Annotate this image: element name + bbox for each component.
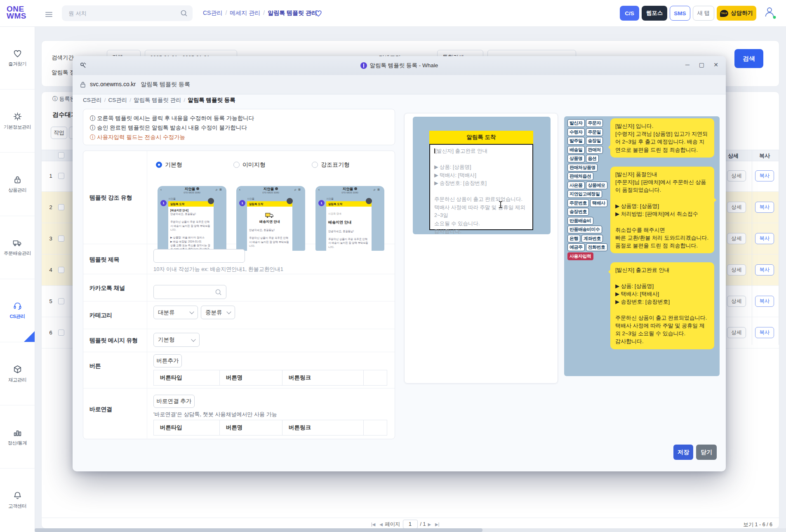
kakao-channel-input[interactable]	[153, 285, 226, 299]
cs-button[interactable]: C/S	[620, 6, 639, 21]
emphasis-radio-1[interactable]	[233, 162, 240, 168]
row-copy-button[interactable]: 복사	[755, 327, 774, 338]
row-copy-button[interactable]: 복사	[755, 170, 774, 181]
scrollbar-thumb[interactable]	[35, 528, 482, 532]
variable-tag[interactable]: 예금주	[567, 243, 585, 251]
template-example-bubble-2[interactable]: [발신자] 품절안내 [주문자]님 [판매처]에서 주문하신 상품이 품절되었습…	[610, 167, 714, 253]
variable-tag[interactable]: 상품메모	[586, 181, 607, 189]
last-page-icon[interactable]: ▶|	[435, 522, 439, 527]
sidebar-item-inventory[interactable]: 재고관리	[0, 342, 35, 405]
row-checkbox[interactable]	[58, 204, 64, 210]
next-page-icon[interactable]: ▶	[428, 522, 431, 527]
search-icon[interactable]	[215, 289, 222, 296]
search-icon[interactable]	[180, 9, 188, 17]
add-quick-link-button[interactable]: 바로연결 추가	[153, 395, 195, 408]
variable-tag[interactable]: 주문번호	[567, 199, 589, 207]
variable-tag[interactable]: 사은품	[567, 181, 585, 189]
variable-tag[interactable]: 발신자	[567, 119, 585, 127]
emphasis-radio-2[interactable]	[312, 162, 318, 168]
row-detail-button[interactable]: 상세	[727, 170, 746, 181]
template-example-highlight[interactable]: ‹ 지안몰 070-6835-3080 ⌕≡ 1 지안몰 알림톡 도착 시간외 …	[315, 186, 384, 251]
variable-tag[interactable]: 사용자입력	[567, 252, 593, 260]
save-button[interactable]: 저장	[673, 445, 693, 460]
category-main-select[interactable]: 대분류	[153, 306, 198, 319]
row-copy-button[interactable]: 복사	[755, 296, 774, 307]
variable-tag[interactable]: 발주일	[567, 137, 585, 145]
sidebar-item-customer-center[interactable]: 고객센터	[0, 468, 35, 531]
sidebar-item-products[interactable]: 상품관리	[0, 153, 35, 216]
variable-tag[interactable]: 지연입고예정일	[567, 190, 602, 198]
variable-tag[interactable]: 판매처상품명	[567, 164, 598, 172]
breadcrumb-item[interactable]: CS관리	[108, 97, 127, 103]
sidebar-item-favorites[interactable]: 즐겨찾기	[0, 26, 35, 89]
sidebar-item-order-shipping[interactable]: 주문배송관리	[0, 216, 35, 279]
emphasis-option-image[interactable]: 이미지형	[233, 161, 266, 169]
user-avatar[interactable]	[763, 5, 777, 20]
row-copy-button[interactable]: 복사	[755, 264, 774, 275]
variable-tag[interactable]: 반품배송비	[567, 217, 593, 225]
preview-message-editor[interactable]: [발신자] 출고완료 안내 ▶ 상품: [상품명] ▶ 택배사: [택배사] ▶…	[429, 144, 533, 230]
row-detail-button[interactable]: 상세	[727, 233, 746, 244]
sms-button[interactable]: SMS	[670, 6, 690, 21]
category-sub-select[interactable]: 중분류	[201, 306, 235, 319]
app-logo[interactable]: ONE WMS	[7, 5, 26, 19]
row-checkbox[interactable]	[58, 173, 64, 179]
hamburger-menu-icon[interactable]	[45, 11, 52, 18]
breadcrumb-item[interactable]: 메세지 관리	[230, 9, 260, 16]
new-tab-button[interactable]: 새 탭	[693, 6, 714, 21]
row-detail-button[interactable]: 상세	[727, 264, 746, 275]
breadcrumb-item[interactable]: CS관리	[83, 97, 102, 103]
variable-tag[interactable]: 은행	[567, 235, 580, 242]
template-example-bubble-1[interactable]: [발신자] 입니다. [수령자] 고객님 [상품명] 입고가 지연되어 2~3일…	[610, 118, 714, 158]
variable-tag[interactable]: 택배사	[590, 199, 607, 207]
row-checkbox[interactable]	[58, 235, 64, 242]
template-example-image[interactable]: ‹ 지안몰 070-6835-3080 ⌕≡ 1 지안몰 알림톡 도착 배송지연…	[236, 186, 305, 251]
row-detail-button[interactable]: 상세	[727, 202, 746, 213]
browser-url-bar[interactable]: svc.onewms.co.kr 알림톡 템플릿 등록	[73, 75, 726, 94]
row-copy-button[interactable]: 복사	[755, 233, 774, 244]
search-button[interactable]: 검색	[734, 49, 763, 68]
variable-tag[interactable]: 판매처옵션	[567, 172, 593, 180]
select-all-checkbox[interactable]	[58, 152, 64, 158]
variable-tag[interactable]: 수령자	[567, 128, 585, 136]
maximize-button[interactable]: ▢	[699, 61, 704, 68]
close-button[interactable]: 닫기	[696, 445, 717, 460]
row-detail-button[interactable]: 상세	[727, 296, 746, 307]
row-detail-button[interactable]: 상세	[727, 327, 746, 338]
variable-tag[interactable]: 옵션	[586, 155, 599, 162]
sidebar-item-settlement-stats[interactable]: 정산/통계	[0, 405, 35, 468]
variable-tag[interactable]: 송장번호	[567, 208, 589, 216]
prev-page-icon[interactable]: ◀	[379, 522, 383, 527]
favorite-heart-icon[interactable]	[314, 9, 322, 17]
breadcrumb-item[interactable]: CS관리	[203, 9, 222, 16]
variable-tag[interactable]: 배송일	[567, 146, 585, 154]
variable-tag[interactable]: 주문자	[586, 119, 603, 127]
sidebar-item-basic-info[interactable]: 기본정보관리	[0, 89, 35, 153]
close-window-button[interactable]: ✕	[713, 61, 718, 68]
minimize-button[interactable]: ─	[685, 61, 690, 68]
horizontal-scrollbar[interactable]	[35, 528, 786, 532]
page-number-input[interactable]	[403, 520, 418, 529]
webpos-button[interactable]: 웹포스	[642, 6, 667, 21]
sidebar-item-cs[interactable]: CS관리	[0, 279, 35, 342]
template-example-basic[interactable]: ‹ 지안몰 070-6835-3080 ⌕≡ 1 지안몰 알림톡 도착 [배송지…	[158, 186, 226, 251]
first-page-icon[interactable]: |◀	[371, 522, 375, 527]
work-button[interactable]: 작업	[51, 127, 67, 139]
emphasis-radio-0[interactable]	[156, 162, 162, 168]
variable-tag[interactable]: 전화번호	[586, 243, 607, 251]
row-checkbox[interactable]	[58, 298, 64, 304]
template-example-bubble-3[interactable]: [발신자] 출고완료 안내 ▶ 상품: [상품명] ▶ 택배사: [택배사] ▶…	[610, 262, 714, 349]
variable-tag[interactable]: 상품명	[567, 155, 585, 162]
variable-tag[interactable]: 주문일	[586, 128, 603, 136]
row-checkbox[interactable]	[58, 267, 64, 273]
emphasis-option-highlight[interactable]: 강조표기형	[312, 161, 350, 169]
variable-tag[interactable]: 계좌번호	[581, 235, 603, 242]
window-titlebar[interactable]: 알림톡 템플릿 등록 - Whale ─ ▢ ✕	[73, 56, 726, 75]
template-title-input[interactable]	[153, 249, 245, 263]
row-copy-button[interactable]: 복사	[755, 202, 774, 213]
variable-tag[interactable]: 송장일	[586, 137, 603, 145]
message-type-select[interactable]: 기본형	[153, 333, 200, 347]
variable-tag[interactable]: 판매처	[586, 146, 603, 154]
variable-tag[interactable]: 반품배송비미수	[567, 226, 602, 233]
emphasis-option-basic[interactable]: 기본형	[156, 161, 182, 169]
